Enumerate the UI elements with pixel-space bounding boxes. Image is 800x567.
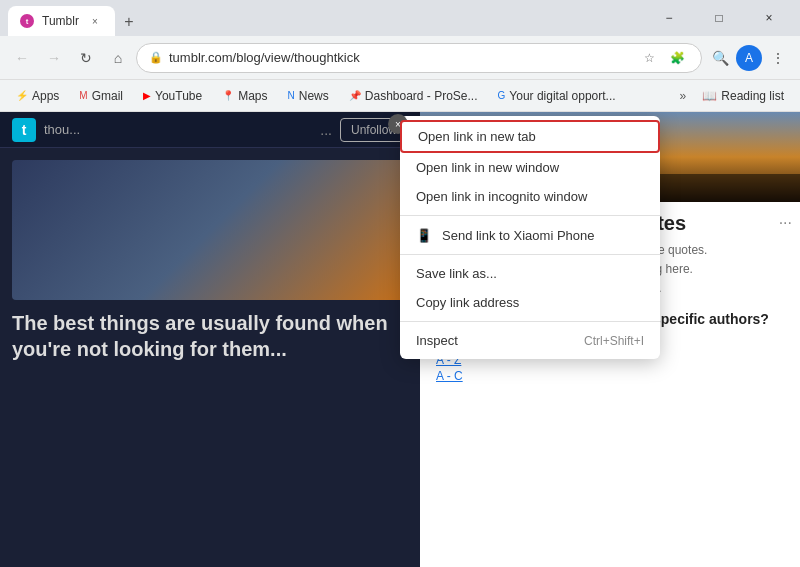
gmail-label: Gmail [92, 89, 123, 103]
lock-icon: 🔒 [149, 51, 163, 64]
context-copy-link[interactable]: Copy link address [400, 288, 660, 317]
context-inspect[interactable]: Inspect Ctrl+Shift+I [400, 326, 660, 355]
bookmarks-bar: ⚡ Apps M Gmail ▶ YouTube 📍 Maps N News 📌… [0, 80, 800, 112]
apps-label: Apps [32, 89, 59, 103]
open-new-window-label: Open link in new window [416, 160, 559, 175]
page-content: t thou... ... Unfollow The best things a… [0, 112, 800, 567]
gmail-favicon: M [79, 90, 87, 101]
blog-header: t thou... ... Unfollow [0, 112, 420, 148]
url-display: tumblr.com/blog/view/thoughtkick [169, 50, 631, 65]
youtube-favicon: ▶ [143, 90, 151, 101]
quotes-more-button[interactable]: ... [779, 210, 792, 228]
bookmark-youtube[interactable]: ▶ YouTube [135, 86, 210, 106]
blog-logo: t [12, 118, 36, 142]
inspect-label: Inspect [416, 333, 458, 348]
news-label: News [299, 89, 329, 103]
maps-favicon: 📍 [222, 90, 234, 101]
active-tab[interactable]: t Tumblr × [8, 6, 115, 36]
reload-button[interactable]: ↻ [72, 44, 100, 72]
quotes-link-ac[interactable]: A - C [436, 369, 784, 383]
context-divider-2 [400, 254, 660, 255]
context-menu: × Open link in new tab Open link in new … [400, 116, 660, 359]
context-open-new-tab[interactable]: Open link in new tab [400, 120, 660, 153]
back-button[interactable]: ← [8, 44, 36, 72]
digital-label: Your digital opport... [509, 89, 615, 103]
inspect-shortcut: Ctrl+Shift+I [584, 334, 644, 348]
minimize-button[interactable]: − [646, 0, 692, 36]
context-open-incognito[interactable]: Open link in incognito window [400, 182, 660, 211]
bookmark-news[interactable]: N News [280, 86, 337, 106]
close-window-button[interactable]: × [746, 0, 792, 36]
blog-body: The best things are usually found when y… [0, 148, 420, 382]
dashboard-label: Dashboard - ProSe... [365, 89, 478, 103]
blog-name: thou... [44, 122, 80, 137]
extensions-button[interactable]: 🧩 [665, 46, 689, 70]
omnibox[interactable]: 🔒 tumblr.com/blog/view/thoughtkick ☆ 🧩 [136, 43, 702, 73]
blog-panel: t thou... ... Unfollow The best things a… [0, 112, 420, 567]
maximize-button[interactable]: □ [696, 0, 742, 36]
context-divider-1 [400, 215, 660, 216]
open-new-tab-label: Open link in new tab [418, 129, 536, 144]
search-toolbar-button[interactable]: 🔍 [706, 44, 734, 72]
blog-image [12, 160, 408, 300]
toolbar-icons: 🔍 A ⋮ [706, 44, 792, 72]
title-bar: t Tumblr × + − □ × [0, 0, 800, 36]
dashboard-favicon: 📌 [349, 90, 361, 101]
address-bar: ← → ↻ ⌂ 🔒 tumblr.com/blog/view/thoughtki… [0, 36, 800, 80]
blog-more-button[interactable]: ... [320, 122, 332, 138]
profile-button[interactable]: A [736, 45, 762, 71]
bookmark-gmail[interactable]: M Gmail [71, 86, 131, 106]
save-link-label: Save link as... [416, 266, 497, 281]
bookmark-apps[interactable]: ⚡ Apps [8, 86, 67, 106]
omnibox-icons: ☆ 🧩 [637, 46, 689, 70]
news-favicon: N [288, 90, 295, 101]
context-save-link[interactable]: Save link as... [400, 259, 660, 288]
tab-favicon: t [20, 14, 34, 28]
tab-close-button[interactable]: × [87, 13, 103, 29]
context-open-new-window[interactable]: Open link in new window [400, 153, 660, 182]
new-tab-button[interactable]: + [115, 8, 143, 36]
home-button[interactable]: ⌂ [104, 44, 132, 72]
send-link-icon: 📱 [416, 227, 432, 243]
bookmarks-more-button[interactable]: » [676, 86, 691, 106]
open-incognito-label: Open link in incognito window [416, 189, 587, 204]
forward-button[interactable]: → [40, 44, 68, 72]
reading-list-icon: 📖 [702, 89, 717, 103]
menu-button[interactable]: ⋮ [764, 44, 792, 72]
star-button[interactable]: ☆ [637, 46, 661, 70]
youtube-label: YouTube [155, 89, 202, 103]
context-send-link[interactable]: 📱 Send link to Xiaomi Phone [400, 220, 660, 250]
context-divider-3 [400, 321, 660, 322]
tab-title: Tumblr [42, 14, 79, 28]
send-link-label: Send link to Xiaomi Phone [442, 228, 594, 243]
copy-link-label: Copy link address [416, 295, 519, 310]
reading-list-label: Reading list [721, 89, 784, 103]
reading-list-button[interactable]: 📖 Reading list [694, 86, 792, 106]
bookmark-maps[interactable]: 📍 Maps [214, 86, 275, 106]
maps-label: Maps [238, 89, 267, 103]
tab-area: t Tumblr × + [8, 0, 638, 36]
bookmark-digital[interactable]: G Your digital opport... [490, 86, 624, 106]
apps-favicon: ⚡ [16, 90, 28, 101]
window-controls: − □ × [646, 0, 792, 36]
bookmark-dashboard[interactable]: 📌 Dashboard - ProSe... [341, 86, 486, 106]
blog-quote-text: The best things are usually found when y… [12, 310, 408, 362]
digital-favicon: G [498, 90, 506, 101]
